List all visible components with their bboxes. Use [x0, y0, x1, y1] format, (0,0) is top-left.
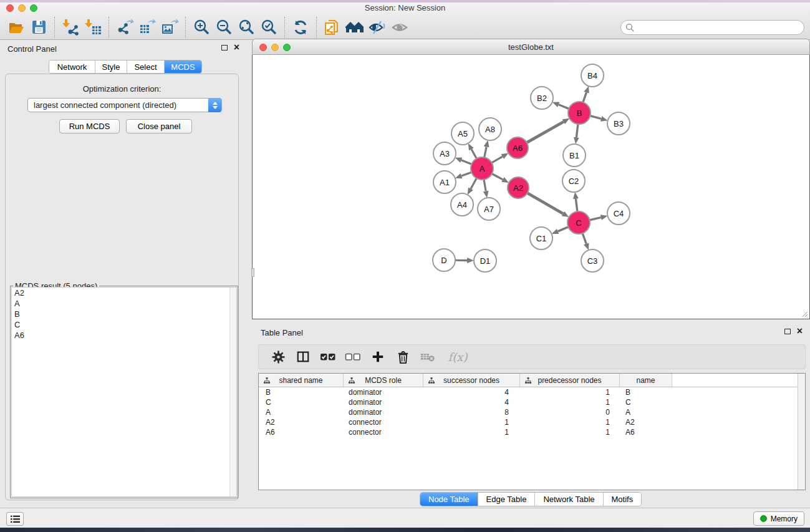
- tab-motifs[interactable]: Motifs: [604, 493, 642, 506]
- graph-edge-C-C1[interactable]: [558, 227, 569, 231]
- graph-edge-A2-C[interactable]: [528, 193, 563, 213]
- first-neighbors-button[interactable]: [344, 17, 366, 38]
- network-canvas[interactable]: B4B2BB3A5A8A6A3B1AA1C2A2A4A7CC4C1C3DD1: [252, 55, 810, 319]
- graph-edge-B-B3[interactable]: [590, 116, 601, 119]
- column-header-name[interactable]: name: [620, 374, 672, 387]
- export-image-button[interactable]: [158, 17, 181, 38]
- table-cell: 0: [520, 407, 620, 417]
- zoom-fit-button[interactable]: [235, 17, 258, 38]
- search-input[interactable]: [637, 21, 799, 34]
- result-list-scrollbar[interactable]: [229, 288, 236, 496]
- delete-table-button[interactable]: [420, 348, 436, 365]
- save-session-button[interactable]: [27, 17, 50, 38]
- graph-edge-A-A8[interactable]: [485, 147, 487, 157]
- table-cell: A6: [259, 427, 344, 437]
- new-network-from-selection-button[interactable]: [321, 17, 344, 38]
- table-cell: C: [620, 397, 672, 407]
- split-view-button[interactable]: [295, 348, 311, 365]
- table-row[interactable]: A6connector11A6: [259, 427, 798, 437]
- graph-edge-A-A2[interactable]: [492, 173, 503, 179]
- table-scrollbar[interactable]: [798, 374, 805, 490]
- graph-edge-C-C4[interactable]: [590, 218, 601, 220]
- mcds-result-box: MCDS result (5 nodes) A2ABCA6: [10, 286, 238, 498]
- mcds-result-item[interactable]: C: [12, 319, 236, 330]
- mcds-result-item[interactable]: B: [12, 309, 236, 319]
- show-graphics-details-button[interactable]: [388, 17, 411, 38]
- mcds-result-item[interactable]: A2: [12, 288, 236, 298]
- close-panel-icon[interactable]: ×: [234, 44, 239, 51]
- tab-network[interactable]: Network: [49, 60, 95, 73]
- table-cell: 1: [520, 427, 620, 437]
- show-panels-list-button[interactable]: [6, 512, 24, 526]
- mcds-result-item[interactable]: A6: [12, 330, 236, 341]
- delete-column-button[interactable]: [395, 348, 411, 365]
- import-network-button[interactable]: [59, 17, 82, 38]
- column-header-predecessor-nodes[interactable]: predecessor nodes: [520, 374, 620, 387]
- graph-edge-A-A6[interactable]: [492, 157, 503, 163]
- open-file-button[interactable]: [5, 17, 27, 38]
- tab-edge-table[interactable]: Edge Table: [478, 493, 536, 506]
- import-table-button[interactable]: [82, 17, 104, 38]
- table-row[interactable]: Adominator80A: [259, 407, 798, 417]
- memory-button[interactable]: Memory: [753, 511, 804, 526]
- tab-select[interactable]: Select: [127, 60, 165, 73]
- table-cell: 1: [520, 397, 620, 407]
- graph-edge-A-A4[interactable]: [471, 178, 476, 189]
- refresh-button[interactable]: [289, 17, 312, 38]
- add-column-button[interactable]: [370, 348, 386, 365]
- network-window-titlebar[interactable]: testGlobe.txt: [252, 39, 810, 55]
- zoom-out-button[interactable]: [213, 17, 235, 38]
- mcds-result-item[interactable]: A: [12, 298, 236, 309]
- graph-edge-A6-B[interactable]: [527, 122, 564, 142]
- float-table-panel-icon[interactable]: [784, 329, 791, 334]
- plus-icon: [371, 350, 385, 364]
- dropdown-stepper-icon: [208, 98, 221, 112]
- run-mcds-button[interactable]: Run MCDS: [59, 119, 120, 133]
- select-all-columns-button[interactable]: [320, 348, 336, 365]
- function-builder-button[interactable]: f(x): [445, 348, 471, 365]
- column-header-mcds-role[interactable]: MCDS role: [344, 374, 423, 387]
- tab-style[interactable]: Style: [95, 60, 127, 73]
- divider-handle[interactable]: [251, 268, 254, 277]
- tab-mcds[interactable]: MCDS: [165, 60, 201, 73]
- new-network-from-selection-icon: [324, 19, 341, 36]
- table-row[interactable]: A2connector11A2: [259, 417, 798, 427]
- graph-node-label: A4: [457, 200, 467, 210]
- column-header-shared-name[interactable]: shared name: [259, 374, 344, 387]
- status-bar: Memory: [0, 508, 810, 528]
- zoom-selected-button[interactable]: [258, 17, 280, 38]
- graph-edge-A-A1[interactable]: [461, 172, 471, 176]
- zoom-in-button[interactable]: [190, 17, 213, 38]
- network-graph: B4B2BB3A5A8A6A3B1AA1C2A2A4A7CC4C1C3DD1: [253, 55, 809, 318]
- optimization-criterion-dropdown[interactable]: largest connected component (directed): [27, 98, 222, 112]
- export-image-icon: [162, 19, 178, 36]
- graph-edge-B-B2[interactable]: [559, 105, 569, 109]
- graph-edge-C-C3[interactable]: [582, 233, 586, 244]
- graph-edge-B-B4[interactable]: [583, 92, 586, 102]
- unselect-all-columns-button[interactable]: [345, 348, 361, 365]
- column-header-successor-nodes[interactable]: successor nodes: [423, 374, 520, 387]
- graph-edge-C-C2[interactable]: [576, 199, 577, 211]
- export-network-button[interactable]: [113, 17, 136, 38]
- mcds-result-list[interactable]: A2ABCA6: [11, 287, 237, 497]
- table-cell: 4: [423, 397, 520, 407]
- tab-node-table[interactable]: Node Table: [420, 493, 478, 506]
- houses-icon: [345, 20, 364, 35]
- checked-boxes-icon: [320, 350, 336, 364]
- tab-network-table[interactable]: Network Table: [535, 493, 603, 506]
- hierarchy-icon: [525, 377, 531, 384]
- float-panel-icon[interactable]: [221, 45, 228, 51]
- resize-grip-icon[interactable]: [801, 310, 808, 317]
- graph-edge-A-A7[interactable]: [484, 180, 486, 191]
- table-row[interactable]: Bdominator41B: [259, 387, 798, 397]
- hide-graphics-details-button[interactable]: [366, 17, 388, 38]
- table-settings-button[interactable]: [270, 348, 286, 365]
- graph-edge-A-A5[interactable]: [471, 149, 476, 158]
- graph-edge-A-A3[interactable]: [461, 160, 471, 165]
- table-row[interactable]: Cdominator41C: [259, 397, 798, 407]
- zoom-fit-icon: [238, 19, 255, 36]
- close-table-panel-icon[interactable]: ×: [797, 327, 803, 335]
- graph-edge-B-B1[interactable]: [576, 124, 578, 137]
- export-table-button[interactable]: [136, 17, 158, 38]
- close-panel-button[interactable]: Close panel: [126, 119, 192, 133]
